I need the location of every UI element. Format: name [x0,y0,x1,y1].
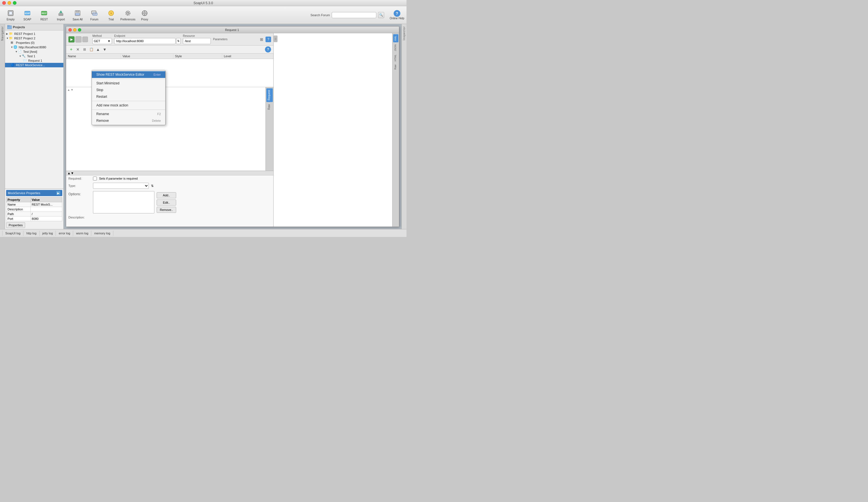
window-close-btn[interactable] [69,28,72,32]
add-row-btn[interactable]: + [69,47,74,52]
remove-option-btn[interactable]: Remove.. [157,207,176,213]
minimize-button[interactable] [8,1,11,5]
mock-props-panel: MockService Properties ▶ Property Value … [5,188,63,229]
proxy-button[interactable]: Proxy [136,7,153,23]
ctx-show-editor[interactable]: Show REST MockService Editor Enter [92,71,165,78]
help-param-btn[interactable]: ? [266,37,271,42]
sort-desc-btn[interactable]: ▼ [102,47,107,52]
sort-asc-btn[interactable]: ▲ [95,47,101,52]
tree-item-rest-project-2[interactable]: ▼ 📁 REST Project 2 [5,36,63,41]
online-help-button[interactable]: ? Online Help [390,10,404,20]
resource-section: Resource [183,34,211,44]
navigator-tab[interactable]: Navigator [0,24,5,229]
rest-button[interactable]: REST REST [36,7,52,23]
preferences-button[interactable]: Preferences [120,7,136,23]
endpoint-arrows[interactable]: ⇅ [176,38,180,44]
xml-tab[interactable]: XML [393,34,399,42]
json-tab[interactable]: JSON [393,43,399,52]
resource-input[interactable] [183,38,211,44]
ctx-start-minimized[interactable]: Start Minimized [92,80,165,86]
search-input[interactable] [332,12,376,18]
help-params-btn[interactable]: ? [265,47,271,52]
log-tab-jetty[interactable]: jetty log [40,231,56,236]
method-select[interactable]: GET ▼ [92,38,112,44]
ctx-add-mock-action[interactable]: Add new mock action [92,102,165,109]
projects-label: Projects [13,25,25,29]
search-submit-button[interactable]: 🔍 [378,12,384,18]
close-button[interactable] [2,1,6,5]
import-button[interactable]: Import [52,7,69,23]
required-checkbox[interactable] [93,176,97,181]
soap-button[interactable]: SOAP SOAP [19,7,36,23]
resize-handle[interactable] [273,35,278,42]
svg-marker-7 [60,11,62,13]
props-cell-port-key: Port [7,216,31,221]
inspector-tab[interactable]: Inspector [402,24,406,229]
html-tab[interactable]: HTML [393,53,399,63]
collapse-up-btn[interactable]: ▲ [67,88,70,91]
log-tab-wsrm[interactable]: wsrm log [73,231,91,236]
method-section: Method GET ▼ [92,34,112,44]
mock-props-title: MockService Properties [8,191,40,195]
props-col-value: Value [30,197,62,202]
endpoint-input[interactable] [114,38,176,44]
window-controls[interactable] [2,1,17,5]
tree-item-rest-project-1[interactable]: ▶ 📁 REST Project 1 [5,32,63,36]
options-list[interactable] [93,191,154,213]
log-tab-http[interactable]: http log [23,231,39,236]
ctx-remove[interactable]: Remove Delete [92,117,165,124]
properties-button[interactable]: Properties [6,222,25,228]
copy-btn[interactable]: ⊞ [82,47,87,52]
method-arrow: ▼ [107,39,111,43]
svg-text:REST: REST [42,12,47,14]
ctx-stop[interactable]: Stop [92,86,165,93]
window-max-btn[interactable] [78,28,81,32]
svg-text:T: T [111,12,112,15]
empty-button[interactable]: Empty [2,7,19,23]
collapse-arrows: ▲▼ [67,171,74,175]
maximize-button[interactable] [13,1,17,5]
request-tab[interactable]: Request [266,88,273,102]
log-tab-soapui[interactable]: SoapUI log [2,231,23,236]
raw-response-tab[interactable]: Raw [393,63,399,71]
collapse-bar[interactable]: ▲▼ [66,171,273,175]
mockservice-icon: 🔵 [11,63,15,67]
config-button[interactable] [82,37,88,42]
trial-button[interactable]: T Trial [103,7,120,23]
resize-controls[interactable]: ▲ ▼ [67,88,73,91]
proxy-icon [141,9,148,17]
add-param-btn[interactable]: ⊞ [259,37,265,42]
tree-item-properties[interactable]: ⊞ Properties (0) [5,41,63,45]
window-title: Request 1 [81,28,383,32]
forum-button[interactable]: Forum [86,7,103,23]
mock-props-expand-btn[interactable]: ▶ [56,191,61,195]
window-btn-group[interactable] [69,28,81,32]
remove-row-btn[interactable]: ✕ [75,47,81,52]
ctx-restart[interactable]: Restart [92,93,165,100]
paste-btn[interactable]: 📋 [89,47,94,52]
tree-item-test1[interactable]: ▼ 🔧 Test 1 [5,54,63,58]
stop-button[interactable] [75,36,82,42]
type-row: Type: ⇅ [66,182,273,190]
tree-arrow: ▶ [6,32,9,35]
save-all-button[interactable]: Save All [69,7,86,23]
raw-tab[interactable]: Raw [266,103,273,112]
import-label: Import [57,18,65,21]
tree-item-endpoint[interactable]: ▼ 🌐 http://localhost:8080 [5,45,63,50]
window-min-btn[interactable] [73,28,76,32]
ctx-rename[interactable]: Rename F2 [92,111,165,117]
log-tab-memory[interactable]: memory log [91,231,113,236]
run-button[interactable]: ▶ [69,36,74,42]
log-tab-error[interactable]: error log [56,231,73,236]
tree-item-mockservice[interactable]: 🔵 REST MockService... [5,63,63,67]
expand-down-btn[interactable]: ▼ [71,88,73,91]
tree-item-request1[interactable]: 📨 Request 1 [5,58,63,63]
ctx-stop-label: Stop [96,88,103,92]
tree-item-test-resource[interactable]: ▼ 📄 Test [/test] [5,50,63,54]
add-option-btn[interactable]: Add.. [157,192,176,198]
type-select[interactable] [93,183,149,189]
col-level: Level [222,54,273,59]
edit-option-btn[interactable]: Edit.. [157,199,176,206]
svg-point-17 [126,11,130,16]
ctx-start-minimized-label: Start Minimized [96,81,120,85]
